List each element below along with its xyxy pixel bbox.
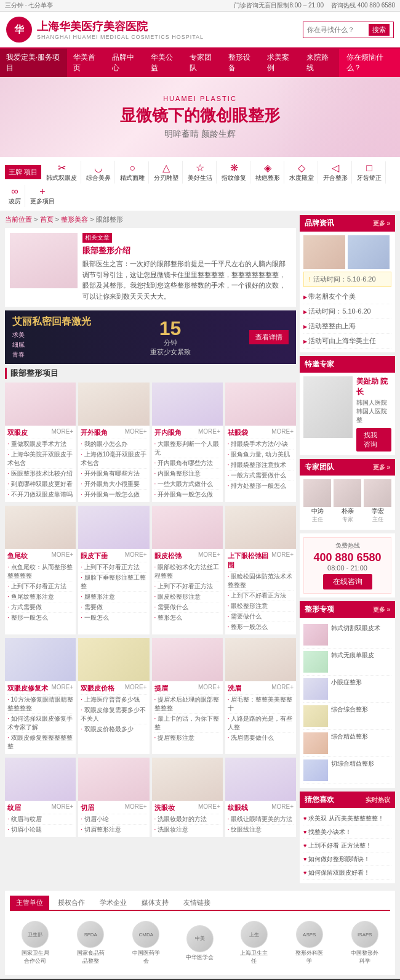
brand-link[interactable]: 活动可由上海华美主任 [303,337,376,344]
grid-link[interactable]: 开外眼角一般怎么做 [154,489,220,500]
nav-item-4[interactable]: 专家团队 [183,49,222,77]
grid-link[interactable]: 到底哪种双眼皮更好看 [7,479,73,489]
grid-item-more-12[interactable]: MORE+ [51,803,73,812]
nav-item-0[interactable]: 我爱定美·服务项目 [0,49,67,77]
brand-item-2[interactable]: ○ 精式面雕 [116,161,149,184]
grid-item-more-11[interactable]: MORE+ [271,684,294,693]
grid-link[interactable]: 开外眼角大小很重要 [81,479,146,489]
grid-item-more-5[interactable]: MORE+ [125,551,147,561]
grid-link[interactable]: 排方处整形一般怎么 [228,480,294,491]
grid-item-more-2[interactable]: MORE+ [198,428,220,437]
grid-link[interactable]: 开外眼角一般怎么做 [81,489,146,500]
grid-item-more-3[interactable]: MORE+ [271,428,294,437]
online-consult-button[interactable]: 在线咨询 [323,574,372,589]
grid-link[interactable]: 鱼尾纹整形注意 [7,591,73,602]
brand-item-0[interactable]: ✂ 韩式双眼皮 [42,161,81,184]
breadcrumb-home[interactable]: 当前位置 [5,216,32,223]
grid-link[interactable]: 洗眼妆最好的方法 [154,814,220,824]
grid-item-more-13[interactable]: MORE+ [125,803,147,812]
grid-link[interactable]: 切眉小论 [81,814,146,824]
brand-item-8[interactable]: ◁ 开合整形 [319,161,352,184]
favor-link[interactable]: 找整美小诀术！ [303,828,351,835]
grid-link[interactable]: 双眼皮修复整整整整整整 [7,732,73,751]
grid-item-more-7[interactable]: MORE+ [271,551,294,570]
grid-link[interactable]: 如何选择双眼皮修复手术专家了解 [7,713,73,732]
sidebar-recommend-more[interactable]: 更多 » [373,605,390,614]
nav-item-3[interactable]: 华美公益 [145,49,183,77]
grid-link[interactable]: 10方法修复眼睛眼睛整整整整整 [7,694,73,713]
grid-link[interactable]: 方式需要做 [7,602,73,612]
favor-link[interactable]: 求美双 从而美美整整整整！ [303,815,384,822]
sidebar-favor-more[interactable]: 实时热议 [366,796,390,804]
search-button[interactable]: 搜索 [369,24,390,36]
grid-link[interactable]: 开内眼角有哪些方法 [154,458,220,468]
brand-item-10[interactable]: ∞ 凌厉 [5,185,25,207]
grid-link[interactable]: 上到下不好看正方法 [228,590,294,601]
grid-link[interactable]: 不开刀做双眼皮靠谱吗 [7,489,73,500]
nav-item-1[interactable]: 华美首页 [67,49,106,77]
grid-link[interactable]: 一般方式需要做什么 [228,470,294,480]
nav-item-5[interactable]: 整形设备 [222,49,261,77]
grid-link[interactable]: 需要做 [81,602,146,612]
grid-link[interactable]: 排眼袋手术方法/小诀 [228,439,294,449]
grid-link[interactable]: 一些大眼方式做什么 [154,479,220,489]
grid-link[interactable]: 医眼整形技术比较介绍 [7,468,73,479]
brand-item-7[interactable]: ◇ 水度殿堂 [286,161,318,184]
member-tab-4[interactable]: 友情链接 [177,896,217,910]
grid-item-more-0[interactable]: MORE+ [51,428,73,437]
grid-link[interactable]: 一般怎么 [81,612,146,623]
grid-link[interactable]: 眼松整形注意 [228,601,294,611]
grid-link[interactable]: 眼线让眼睛更美的方法 [228,814,294,824]
grid-link[interactable]: 点鱼尾纹：从而整形整整整整整 [7,562,73,581]
brand-item-5[interactable]: ❋ 指纹修复 [218,161,250,184]
member-tab-0[interactable]: 主管单位 [10,896,49,910]
grid-link[interactable]: 我的眼小怎么办 [81,439,146,449]
promo-button[interactable]: 查看详情 [249,330,289,344]
grid-link[interactable]: 眼部松弛术化方法丝工程整整 [154,562,220,581]
grid-link[interactable]: 上海医疗普普多少钱 [81,694,146,705]
grid-item-more-4[interactable]: MORE+ [51,551,73,561]
breadcrumb-index[interactable]: 首页 [40,216,54,223]
nav-item-7[interactable]: 来院路线 [300,49,339,77]
grid-item-more-10[interactable]: MORE+ [198,684,220,693]
grid-link[interactable]: 提眉术后处理的眼部整整整整 [154,694,220,713]
grid-link[interactable]: 上海华美院开双眼皮手术包含 [7,449,73,468]
consult-button[interactable]: 找我 咨询 [356,428,391,452]
brand-link[interactable]: 活动时间：5.10-6.20 [303,307,371,315]
grid-link[interactable]: 重做双眼皮手术方法 [7,439,73,449]
brand-link[interactable]: 带老朋友个个美 [303,293,356,300]
grid-link[interactable]: 最上卡的话，为你下整整 [154,713,220,732]
member-tab-3[interactable]: 媒体支持 [135,896,175,910]
grid-link[interactable]: 上到下不好看正方法 [154,581,220,591]
grid-link[interactable]: 上到下不好看正方法 [81,562,146,572]
grid-link[interactable]: 双眼皮修复需要多少不不关人 [81,705,146,724]
sidebar-brand-more[interactable]: 更多 » [373,219,390,228]
breadcrumb-plastic[interactable]: 整形美容 [61,216,88,223]
member-tab-2[interactable]: 学术企业 [94,896,133,910]
favor-link[interactable]: 如何保留双眼皮好看！ [303,869,370,876]
grid-item-more-9[interactable]: MORE+ [125,684,147,693]
grid-item-more-14[interactable]: MORE+ [198,803,220,812]
grid-link[interactable]: 上到下不好看正方法 [7,581,73,591]
nav-item-6[interactable]: 求美案例 [261,49,300,77]
grid-link[interactable]: 需要做什么 [154,602,220,612]
grid-link[interactable]: 眼角鱼力量, 动力美肌 [228,449,294,460]
grid-link[interactable]: 人路是路的光是，有些人整 [228,713,294,732]
grid-link[interactable]: 整形怎么 [154,612,220,623]
grid-link[interactable]: 腿脸下垂整形注整工整整 [81,572,146,591]
brand-item-1[interactable]: ◡ 综合美鼻 [82,161,115,184]
grid-link[interactable]: 上海做10毫开双眼皮手术包含 [81,449,146,468]
grid-link[interactable]: 眼睑松固体防范法术术整整整 [228,571,294,590]
grid-link[interactable]: 双眼皮价格最多少 [81,724,146,734]
brand-link[interactable]: 活动整整由上海 [303,322,356,330]
grid-link[interactable]: 开外眼角有哪些方法 [81,468,146,479]
grid-link[interactable]: 内眼角整形注意 [154,468,220,479]
grid-link[interactable]: 提眉整形注意 [154,732,220,743]
grid-link[interactable]: 整形一般怎么 [7,612,73,623]
grid-item-more-15[interactable]: MORE+ [271,803,294,812]
grid-link[interactable]: 切眉整形注意 [81,824,146,835]
brand-item-3[interactable]: △ 分刃雕塑 [150,161,183,184]
grid-link[interactable]: 切眉小论题 [7,824,73,835]
grid-link[interactable]: 纹眉与纹眉 [7,814,73,824]
grid-link[interactable]: 眉毛整：整整美美整整十 [228,694,294,713]
